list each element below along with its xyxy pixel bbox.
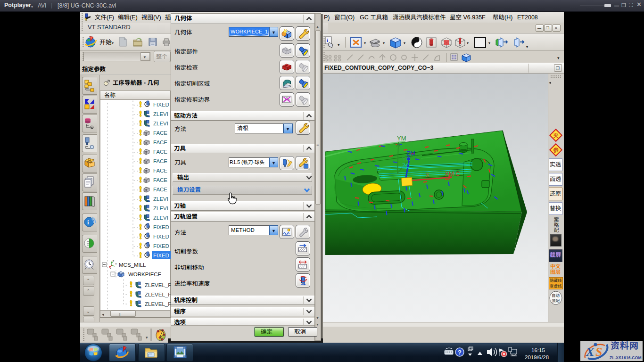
svg-text:FACE: FACE [153,187,167,192]
svg-text:XM C: XM C [445,170,460,177]
svg-text:YM: YM [397,135,406,142]
svg-text:FACE: FACE [153,149,167,155]
svg-text:ZLEVI: ZLEVI [153,121,168,126]
svg-text:ZLEVI: ZLEVI [153,196,168,202]
svg-text:▾: ▾ [364,41,366,45]
svg-text:Y: Y [115,263,117,265]
svg-text:ZLEVEL_F: ZLEVEL_F [145,292,171,297]
svg-text:ZLEVI: ZLEVI [153,206,168,211]
svg-text:ZC: ZC [402,163,410,169]
svg-text:ZLEVI: ZLEVI [153,215,168,221]
svg-text:FIXED: FIXED [153,253,169,258]
svg-text:FACE: FACE [153,130,167,136]
svg-text:▾: ▾ [404,41,405,45]
svg-text:▾: ▾ [488,41,490,45]
svg-text:FACE: FACE [153,177,167,183]
svg-text:▾: ▾ [557,56,560,60]
svg-text:FACE: FACE [153,158,167,164]
svg-text:YC: YC [402,156,410,163]
svg-text:X: X [426,172,429,178]
svg-text:FIXED: FIXED [153,234,169,239]
svg-text:▾: ▾ [467,41,469,45]
svg-text:FIXED: FIXED [153,243,169,249]
svg-text:S: S [595,345,602,359]
svg-text:FACE: FACE [153,140,167,145]
svg-text:i: i [87,219,89,226]
svg-text:Z: Z [113,260,115,263]
svg-text:?: ? [458,349,462,356]
svg-text:ZLEVEL_F: ZLEVEL_F [145,301,171,307]
svg-text:▾: ▾ [146,335,148,340]
svg-text:ZLEVEL_F: ZLEVEL_F [145,282,171,288]
svg-text:FACE: FACE [153,168,167,173]
svg-text:ZLEVI: ZLEVI [153,111,168,117]
svg-text:WORKPIECE: WORKPIECE [128,272,162,277]
svg-text:x: x [110,267,111,270]
svg-text:FIXED: FIXED [153,102,169,107]
svg-text:MCS_MILL: MCS_MILL [119,262,146,268]
svg-text:▾: ▾ [526,45,528,49]
svg-text:FIXED: FIXED [153,224,169,230]
svg-text:i: i [327,37,328,43]
svg-text:▾: ▾ [383,41,385,45]
svg-text:▾: ▾ [338,42,340,47]
svg-text:X: X [586,345,594,359]
